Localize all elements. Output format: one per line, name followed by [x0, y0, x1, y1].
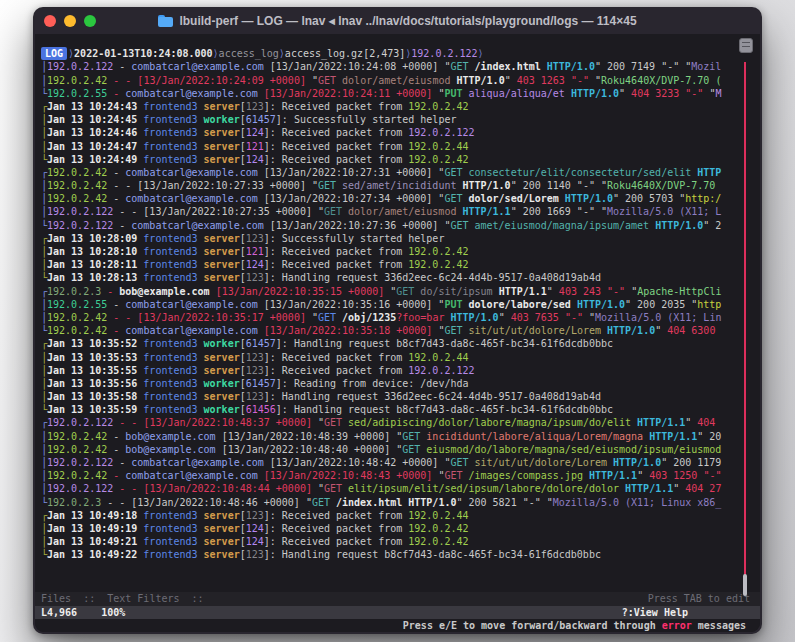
desktop: lbuild-perf — LOG — lnav ◂ lnav ../lnav/…	[0, 0, 795, 642]
log-line[interactable]: │192.0.2.42 - - [13/Jan/2022:10:27:33 +0…	[35, 179, 760, 192]
log-line[interactable]: │192.0.2.122 - combatcarl@example.com [1…	[35, 456, 760, 469]
log-line[interactable]: └Jan 13 10:24:49 frontend3 server[124]: …	[35, 153, 760, 166]
log-line[interactable]: │Jan 13 10:49:19 frontend3 server[124]: …	[35, 522, 760, 535]
log-line[interactable]: │Jan 13 10:24:46 frontend3 server[124]: …	[35, 126, 760, 139]
breadcrumb: LOG ⟩ 2022-01-13T10:24:08.000 ⟩ access_l…	[35, 47, 760, 60]
breadcrumb-format[interactable]: access_log	[219, 47, 279, 60]
log-line[interactable]: └192.0.2.42 - combatcarl@example.com [13…	[35, 324, 760, 337]
log-line[interactable]: ┌192.0.2.122 - - [13/Jan/2022:10:48:37 +…	[35, 416, 760, 429]
log-line[interactable]: ┌Jan 13 10:28:09 frontend3 server[123]: …	[35, 232, 760, 245]
breadcrumb-opid[interactable]: 192.0.2.122	[411, 47, 477, 60]
log-line[interactable]: │192.0.2.42 - combatcarl@example.com [13…	[35, 192, 760, 205]
log-lines: │192.0.2.122 - combatcarl@example.com [1…	[35, 60, 760, 561]
log-line[interactable]: │192.0.2.42 - combatcarl@example.com [13…	[35, 469, 760, 482]
lnav-log-view[interactable]: 2022-09-01T14:09:34 PDT LOG ⟩ 2022-01-13…	[35, 34, 760, 632]
error-marker-bar	[744, 62, 746, 590]
scroll-percent: 100%	[101, 606, 125, 619]
log-line[interactable]: └Jan 13 10:28:13 frontend3 server[123]: …	[35, 271, 760, 284]
log-line[interactable]: └192.0.2.3 - - [13/Jan/2022:10:48:46 +00…	[35, 496, 760, 509]
log-line[interactable]: │192.0.2.42 - bob@example.com [13/Jan/20…	[35, 443, 760, 456]
view-help-hint[interactable]: ?:View Help	[622, 606, 688, 619]
breadcrumb-timestamp[interactable]: 2022-01-13T10:24:08.000	[74, 47, 212, 60]
log-line[interactable]: │Jan 13 10:24:47 frontend3 server[121]: …	[35, 140, 760, 153]
log-line[interactable]: ┌Jan 13 10:24:43 frontend3 server[123]: …	[35, 100, 760, 113]
log-line[interactable]: ┌Jan 13 10:49:18 frontend3 server[123]: …	[35, 509, 760, 522]
files-panel-tab[interactable]: Files	[41, 593, 71, 604]
log-line[interactable]: │Jan 13 10:35:55 frontend3 server[123]: …	[35, 364, 760, 377]
config-panel-bar: Files :: Text Filters :: Press TAB to ed…	[35, 592, 760, 605]
close-button[interactable]	[44, 15, 56, 27]
log-line[interactable]: │Jan 13 10:24:45 frontend3 worker[61457]…	[35, 113, 760, 126]
log-line[interactable]: │192.0.2.42 - - [13/Jan/2022:10:35:17 +0…	[35, 311, 760, 324]
tab-edit-hint: Press TAB to edit	[648, 592, 750, 605]
prompt-message: Press e/E to move forward/backward throu…	[35, 619, 760, 632]
line-number: L4,966	[41, 606, 77, 619]
minimize-button[interactable]	[64, 15, 76, 27]
log-line[interactable]: │Jan 13 10:49:21 frontend3 server[124]: …	[35, 535, 760, 548]
panel-separator: ::	[83, 593, 95, 604]
log-line[interactable]: └192.0.2.122 - combatcarl@example.com [1…	[35, 219, 760, 232]
log-line[interactable]: │192.0.2.122 - combatcarl@example.com [1…	[35, 60, 760, 73]
log-line[interactable]: │Jan 13 10:28:11 frontend3 server[124]: …	[35, 258, 760, 271]
status-bar: L4,966 100% ?:View Help	[35, 606, 760, 619]
log-line[interactable]: │192.0.2.122 - - [13/Jan/2022:10:27:35 +…	[35, 205, 760, 218]
log-line[interactable]: │Jan 13 10:35:53 frontend3 server[123]: …	[35, 351, 760, 364]
log-line[interactable]: ┌192.0.2.42 - combatcarl@example.com [13…	[35, 166, 760, 179]
breadcrumb-separator: ⟩	[478, 47, 484, 60]
traffic-lights	[44, 15, 96, 27]
log-line[interactable]: ┌192.0.2.3 - bob@example.com [13/Jan/202…	[35, 285, 760, 298]
clock-bar: 2022-09-01T14:09:34 PDT	[35, 34, 760, 47]
scrollbar-thumb[interactable]	[743, 574, 747, 596]
zoom-button[interactable]	[84, 15, 96, 27]
filters-panel-tab[interactable]: Text Filters	[107, 593, 179, 604]
log-line[interactable]: ┌Jan 13 10:35:52 frontend3 worker[61457]…	[35, 337, 760, 350]
log-line[interactable]: │Jan 13 10:35:56 frontend3 worker[61457]…	[35, 377, 760, 390]
log-line[interactable]: └Jan 13 10:49:22 frontend3 server[123]: …	[35, 548, 760, 561]
title-bar[interactable]: lbuild-perf — LOG — lnav ◂ lnav ../lnav/…	[33, 7, 762, 34]
log-line[interactable]: └Jan 13 10:35:59 frontend3 worker[61456]…	[35, 403, 760, 416]
log-line[interactable]: │192.0.2.55 - combatcarl@example.com [13…	[35, 298, 760, 311]
panel-separator: ::	[192, 593, 204, 604]
breadcrumb-file[interactable]: access_log.gz[2,473]	[285, 47, 405, 60]
window-title-text: lbuild-perf — LOG — lnav ◂ lnav ../lnav/…	[179, 14, 636, 28]
window-title: lbuild-perf — LOG — lnav ◂ lnav ../lnav/…	[158, 14, 636, 28]
folder-icon	[158, 15, 173, 27]
log-line[interactable]: │192.0.2.42 - - [13/Jan/2022:10:24:09 +0…	[35, 74, 760, 87]
scrollbar-thumb-icon[interactable]	[739, 38, 753, 53]
log-line[interactable]: │Jan 13 10:28:10 frontend3 server[121]: …	[35, 245, 760, 258]
terminal-window: lbuild-perf — LOG — lnav ◂ lnav ../lnav/…	[33, 7, 762, 634]
log-line[interactable]: │192.0.2.42 - bob@example.com [13/Jan/20…	[35, 430, 760, 443]
log-line[interactable]: └192.0.2.55 - combatcarl@example.com [13…	[35, 87, 760, 100]
log-line[interactable]: │192.0.2.122 - - [13/Jan/2022:10:48:44 +…	[35, 482, 760, 495]
log-mode-badge[interactable]: LOG	[41, 47, 67, 60]
log-line[interactable]: │Jan 13 10:35:58 frontend3 server[123]: …	[35, 390, 760, 403]
